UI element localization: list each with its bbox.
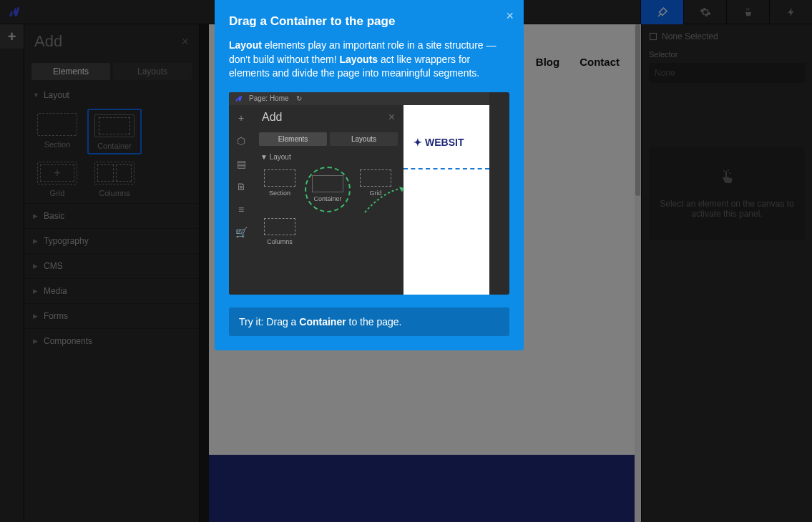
cart-icon: 🛒 [235,227,248,238]
tutorial-preview-image: Page: Home ↻ + ⬡ ▤ 🗎 ≡ 🛒 Add× Elements L… [229,92,509,295]
popup-title: Drag a Container to the page [229,14,509,29]
cube-icon: ⬡ [237,135,245,147]
file-icon: 🗎 [236,181,246,192]
try-it-bar: Try it: Drag a Container to the page. [229,307,509,336]
db-icon: ≡ [238,204,244,215]
plus-icon: + [238,112,244,124]
page-icon: ▤ [237,158,246,169]
close-icon[interactable]: × [506,9,514,24]
tutorial-popup: × Drag a Container to the page Layout el… [215,0,524,350]
popup-body: Layout elements play an important role i… [229,39,509,81]
